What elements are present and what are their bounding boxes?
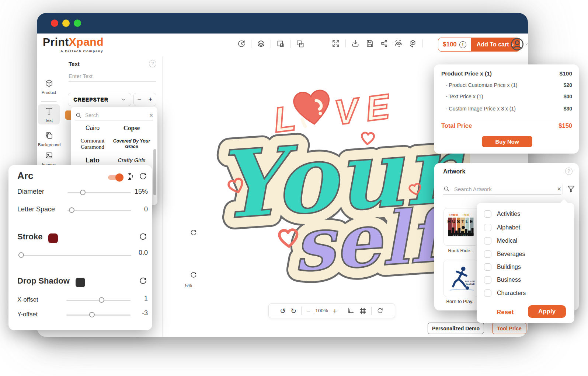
stroke-reset-icon[interactable] [138,232,148,242]
arc-reset-icon[interactable] [138,172,148,181]
x-offset-slider[interactable] [66,300,131,301]
zoom-level[interactable]: 100% [315,308,328,314]
download-icon[interactable] [351,39,360,48]
checkbox[interactable] [484,263,491,271]
price-info-icon[interactable]: ! [459,41,466,48]
slider-handle[interactable] [18,252,24,258]
user-avatar[interactable] [510,37,525,52]
font-option[interactable]: Lato [73,157,112,164]
grid-icon[interactable] [359,307,366,314]
price-badge[interactable]: $100 ! [438,38,471,51]
artwork-search-input[interactable] [453,186,554,193]
search-icon [75,112,82,119]
canvas-sticker-artwork[interactable]: Your self Your self Your self L VE [206,87,470,291]
checkbox[interactable] [484,276,491,284]
checkbox[interactable] [484,210,491,218]
minimize-window-button[interactable] [62,20,70,27]
fullscreen-icon[interactable] [331,39,341,48]
personalized-demo-button[interactable]: Personalized Demo [428,323,484,334]
filter-apply-button[interactable]: Apply [528,305,566,318]
enter-text-input[interactable] [69,71,156,82]
font-option[interactable]: Copse [112,124,151,132]
artwork-title: Artwork [443,168,465,175]
filter-option-row[interactable]: Characters [484,289,526,298]
avatar-chevron-down-icon[interactable] [524,42,529,47]
filter-option-row[interactable]: Buildings [484,263,521,271]
font-family-select[interactable]: CREEPSTER [68,93,131,106]
refresh-canvas-icon[interactable] [376,307,384,314]
layers-icon[interactable] [256,39,266,49]
ungroup-icon[interactable] [295,39,305,49]
filter-option-label[interactable]: Alphabet [497,224,520,231]
font-list-scrollbar[interactable] [153,149,156,195]
arc-toggle[interactable] [108,175,122,180]
slider-handle[interactable] [89,312,95,317]
redo-icon[interactable]: ↻ [290,308,296,314]
y-offset-slider[interactable] [66,314,131,316]
3d-preview-icon[interactable] [408,39,418,48]
filter-option-label[interactable]: Beverages [497,251,525,257]
buy-now-button[interactable]: Buy Now [482,136,532,147]
filter-option-row[interactable]: Medical [484,236,517,245]
font-search-input[interactable] [84,112,147,119]
text-help-icon[interactable]: ? [149,60,156,67]
reset-icon[interactable] [189,229,198,237]
flip-icon[interactable] [125,172,135,181]
artwork-help-icon[interactable]: ? [565,168,573,175]
sidebar-item-text[interactable]: Text [38,104,60,124]
filter-option-label[interactable]: Activities [497,211,520,217]
increase-button[interactable]: + [148,95,152,103]
checkbox[interactable] [484,289,491,297]
price-row-value: $30 [564,106,572,112]
price-row: - Product Customize Price x (1) $20 [446,82,572,88]
group-icon[interactable] [276,39,285,49]
font-option[interactable]: Cairo [73,125,112,131]
toggle-knob[interactable] [115,173,123,182]
artwork-thumbnail-born-to-play[interactable]: BORN TO PLAY Football [443,260,478,297]
undo-icon[interactable]: ↺ [280,308,286,314]
filter-option-row[interactable]: Business [484,275,521,284]
history-icon[interactable] [237,39,246,49]
diameter-slider[interactable] [67,192,131,193]
close-icon[interactable]: × [557,186,561,192]
filter-option-row[interactable]: Alphabet [484,223,520,232]
stroke-slider[interactable] [18,255,131,256]
maximize-window-button[interactable] [74,20,81,27]
filter-option-row[interactable]: Beverages [484,250,525,259]
font-option[interactable]: Cormorant Garamond [73,138,112,151]
preview-eye-icon[interactable] [394,39,403,48]
slider-handle[interactable] [99,297,104,303]
ruler-icon[interactable] [347,307,354,314]
filter-funnel-icon[interactable] [566,184,575,193]
close-window-button[interactable] [51,20,58,27]
decrease-button[interactable]: − [137,95,141,103]
sidebar-item-background[interactable]: Background [38,129,60,149]
letter-space-slider[interactable] [67,210,131,211]
share-icon[interactable] [379,39,389,48]
filter-option-label[interactable]: Characters [497,290,526,296]
filter-option-row[interactable]: Activities [484,210,520,218]
font-option[interactable]: Crafty Girls [112,157,151,164]
artwork-thumbnail-rock-ride[interactable]: ROCK RIDE HUSTLE NEW YORK [443,208,478,246]
checkbox[interactable] [484,224,491,231]
stroke-color-swatch[interactable] [48,233,58,243]
slider-handle[interactable] [69,207,74,213]
filter-option-label[interactable]: Buildings [497,264,521,270]
drop-shadow-color-swatch[interactable] [76,278,85,287]
zoom-in-icon[interactable]: + [333,308,337,314]
save-icon[interactable] [365,39,375,48]
close-icon[interactable]: × [149,112,153,119]
sidebar-item-product[interactable]: Product [38,76,60,96]
drop-shadow-reset-icon[interactable] [138,276,148,286]
zoom-out-icon[interactable]: − [306,308,310,314]
checkbox[interactable] [484,237,491,245]
filter-option-label[interactable]: Business [497,277,521,283]
font-option[interactable]: Covered By Your Grace [112,138,151,150]
filter-option-label[interactable]: Medical [497,238,517,244]
filter-reset-button[interactable]: Reset [494,308,516,316]
slider-handle[interactable] [80,190,86,195]
checkbox[interactable] [484,250,491,258]
font-search-row: × [75,110,153,120]
tool-price-button[interactable]: Tool Price [492,323,526,334]
reset-icon[interactable] [189,271,198,279]
